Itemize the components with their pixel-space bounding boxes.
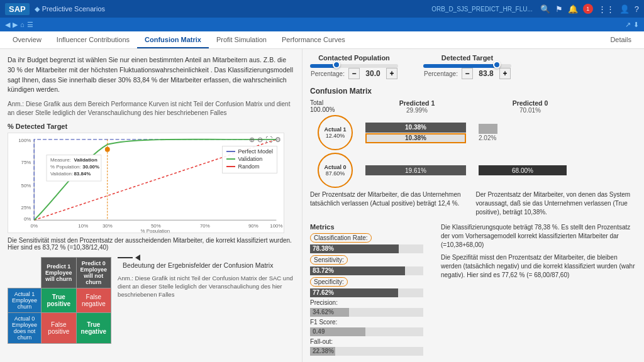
tab-details[interactable]: Details — [602, 31, 639, 48]
sensitivity-val: 83.72% — [313, 266, 334, 275]
contacted-slider-track[interactable] — [310, 64, 398, 68]
contacted-pct-value: 30.0 — [364, 69, 382, 78]
anm-text: Anm.: Diese Grafik aus dem Bereich Perfo… — [8, 100, 294, 118]
sensitivity-desc: Die Sensitivität misst den Prozentsatz d… — [8, 237, 294, 251]
file-title: ORB_D_SJS_PREDICT_HR_FLU... — [431, 6, 533, 13]
top-bar: SAP ◆ Predictive Scenarios ORB_D_SJS_PRE… — [0, 0, 644, 18]
cm-section-title: Confusion Matrix — [310, 87, 636, 96]
actual1-bar2: 2.02% — [474, 124, 587, 141]
back-icon[interactable]: ◀ — [5, 21, 10, 29]
classification-val: 78.38% — [313, 244, 334, 253]
confusion-matrix-section: Confusion Matrix Total 100.00% Predicted… — [310, 87, 636, 358]
specificity-label: Specificity: — [310, 277, 348, 287]
actual0-bar2: 68.00% — [474, 165, 587, 175]
svg-text:% Population:: % Population: — [50, 164, 81, 170]
actual1-circle: Actual 1 12.40% — [318, 115, 353, 150]
metrics-descriptions: Die Klassifizierungsquote beträgt 78,38 … — [436, 223, 636, 358]
forward-icon[interactable]: ▶ — [13, 21, 18, 29]
svg-text:30.00%: 30.00% — [82, 164, 99, 170]
bar-1961: 19.61% — [365, 165, 466, 175]
legend-perfect: Perfect Model — [238, 148, 273, 155]
fullscreen-icon[interactable]: ⛶ — [265, 136, 272, 144]
svg-point-17 — [105, 147, 110, 152]
pred0-label: Predicted 0 — [474, 99, 587, 107]
f1-label: F1 Score: — [310, 319, 337, 326]
detected-percentage-row: Percentage: − 83.8 + — [424, 68, 511, 79]
user-icon[interactable]: 👤 — [619, 4, 630, 14]
predict1-header: Predict 1 Employee will churn — [42, 258, 77, 288]
predict0-header: Predict 0 Employee will not churn — [76, 258, 111, 288]
search-icon[interactable]: 🔍 — [540, 4, 550, 14]
detected-plus-btn[interactable]: + — [499, 68, 511, 79]
share-icon[interactable]: ↗ — [625, 21, 631, 29]
tab-overview[interactable]: Overview — [5, 31, 49, 48]
fallout-bar: 22.38% — [310, 347, 423, 356]
total-label: Total — [310, 99, 360, 106]
menu-icon[interactable]: ☰ — [27, 21, 33, 29]
specificity-val: 77.62% — [313, 288, 334, 297]
sensitivity-row: Sensitivity: — [310, 255, 436, 265]
svg-text:0%: 0% — [24, 216, 31, 222]
detected-slider-thumb[interactable] — [493, 61, 501, 69]
grid-icon[interactable]: ⋮⋮ — [598, 4, 614, 14]
fp-cell: False positive — [42, 313, 77, 344]
legend-validation: Validation — [238, 156, 262, 162]
actual1-bar1: 10.38% 10.38% — [360, 123, 474, 143]
total-cell: Total 100.00% — [310, 99, 360, 114]
f1-bar: 0.49 — [310, 327, 423, 336]
left-panel: Da ihr Budget begrenzt ist wählen Sie nu… — [0, 49, 302, 362]
metrics-left: Metrics Classification Rate: 78.38% Sens… — [310, 223, 436, 358]
sensitivity-note: Die Sensitivität misst den Prozentsatz d… — [8, 237, 294, 251]
actual0-pct: 87.60% — [326, 170, 345, 177]
bell-icon[interactable]: 🔔 — [568, 4, 578, 14]
home-icon[interactable]: ⌂ — [20, 21, 25, 28]
tab-performance[interactable]: Performance Curves — [274, 31, 353, 48]
tab-confusion-matrix[interactable]: Confusion Matrix — [137, 31, 209, 48]
tab-profit[interactable]: Profit Simulation — [209, 31, 274, 48]
intro-text: Da ihr Budget begrenzt ist wählen Sie nu… — [8, 55, 294, 95]
sap-logo: SAP — [5, 3, 30, 15]
svg-text:Measure:: Measure: — [50, 157, 71, 163]
contacted-plus-btn[interactable]: + — [386, 68, 397, 79]
bar-202 — [479, 124, 497, 134]
settings-icon[interactable]: ⚙ — [275, 136, 281, 144]
svg-text:Validation: Validation — [74, 157, 97, 163]
help-icon[interactable]: ? — [635, 4, 639, 14]
detected-target-group: Detected Target Percentage: − 83.8 + — [423, 54, 511, 79]
chart-icons: ⊕ ⊖ ⛶ ⚙ — [249, 136, 281, 144]
detected-pct-label: Percentage: — [424, 70, 458, 77]
top-bar-icons: 🔍 ⚑ 🔔 1 ⋮⋮ 👤 ? — [540, 4, 639, 14]
actual1-label: Actual 1 — [324, 126, 346, 133]
zoom-in-icon[interactable]: ⊕ — [249, 136, 255, 144]
secondary-toolbar: ◀ ▶ ⌂ ☰ ↗ ⬇ — [0, 18, 644, 31]
tab-influencer[interactable]: Influencer Contributions — [49, 31, 137, 48]
detected-minus-btn[interactable]: − — [462, 68, 473, 79]
anm2-text: Anm.: Diese Grafik ist nicht Teil der Co… — [118, 274, 294, 299]
svg-text:83.84%: 83.84% — [74, 171, 91, 177]
contacted-percentage-row: Percentage: − 30.0 + — [311, 68, 397, 79]
app-title: Predictive Scenarios — [42, 5, 431, 13]
actual1-label: Actual 1Employeechurn — [8, 288, 42, 313]
detected-slider-track[interactable] — [423, 64, 511, 68]
contacted-slider-row — [310, 64, 398, 68]
pred1-pct: 29.99% — [360, 107, 474, 114]
metrics-section: Metrics Classification Rate: 78.38% Sens… — [310, 223, 636, 358]
metrics-title: Metrics — [310, 223, 436, 231]
precision-row: Precision: — [310, 299, 436, 306]
download-icon[interactable]: ⬇ — [633, 21, 639, 29]
fallout-row: Fall-out: — [310, 338, 436, 345]
actual0-label: Actual 0Employeedoes notchurn — [8, 313, 42, 344]
tab-bar: Overview Influencer Contributions Confus… — [0, 31, 644, 49]
flag-icon[interactable]: ⚑ — [555, 4, 563, 14]
top-controls: Contacted Population Percentage: − 30.0 … — [310, 54, 636, 79]
contacted-slider-thumb[interactable] — [333, 61, 340, 69]
zoom-out-icon[interactable]: ⊖ — [257, 136, 263, 144]
classification-rate-row: Classification Rate: — [310, 233, 436, 243]
svg-text:25%: 25% — [21, 205, 31, 211]
f1-val: 0.49 — [313, 327, 325, 336]
svg-text:Validation:: Validation: — [50, 171, 73, 177]
detected-pct-value: 83.8 — [477, 69, 496, 78]
actual0-bar1: 19.61% — [360, 165, 474, 175]
bedeutung-text: Bedeutung der Ergebnisfelder der Confusi… — [123, 261, 294, 270]
contacted-minus-btn[interactable]: − — [348, 68, 360, 79]
